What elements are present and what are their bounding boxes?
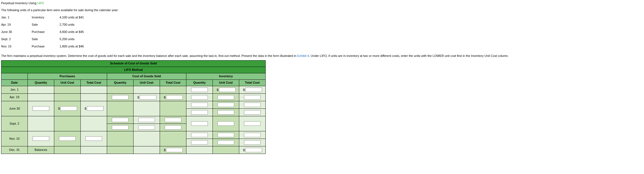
inv-total-input[interactable] xyxy=(244,110,261,115)
col-qty: Quantity xyxy=(28,80,54,86)
col-qty: Quantity xyxy=(186,80,213,86)
inv-unit-input[interactable] xyxy=(218,121,234,126)
page-title: Perpetual Inventory Using LIFO xyxy=(1,1,643,5)
inv-unit-input[interactable] xyxy=(218,95,234,100)
inv-unit-input[interactable] xyxy=(218,140,234,145)
balances-label: Balances xyxy=(28,146,54,154)
given-row: June 30Purchase4,600 units at $45 xyxy=(1,29,104,37)
inv-unit-input[interactable] xyxy=(218,110,234,115)
date-cell: Sept. 2 xyxy=(1,116,28,131)
schedule-table: Schedule of Cost of Goods Sold LIFO Meth… xyxy=(1,60,266,154)
inv-unit-input[interactable] xyxy=(218,103,234,107)
col-unit: Unit Cost xyxy=(134,80,160,86)
given-row: Sept. 2Sale5,200 units xyxy=(1,37,104,44)
pur-unit-input[interactable] xyxy=(59,136,76,141)
given-row: Apr. 19Sale2,700 units xyxy=(1,22,104,29)
date-cell: Jan. 1 xyxy=(1,86,28,94)
table-row: Apr. 19 $ $ xyxy=(1,94,266,101)
pur-total-input[interactable] xyxy=(85,136,102,141)
inv-total-input[interactable] xyxy=(244,95,261,100)
given-row: Nov. 15Purchase1,800 units at $46 xyxy=(1,44,104,51)
inv-qty-input[interactable] xyxy=(191,140,208,145)
exhibit-link[interactable]: Exhibit 4 xyxy=(297,54,309,57)
inv-qty-input[interactable] xyxy=(191,88,208,92)
inv-total-input[interactable] xyxy=(245,148,262,152)
col-total: Total Cost xyxy=(239,80,266,86)
inv-total-input[interactable] xyxy=(245,88,262,92)
group-inventory: Inventory xyxy=(186,73,266,80)
schedule-title-2: LIFO Method xyxy=(1,67,266,73)
pur-qty-input[interactable] xyxy=(33,136,49,141)
inv-qty-input[interactable] xyxy=(191,103,208,107)
inv-total-input[interactable] xyxy=(244,103,261,107)
cogs-qty-input[interactable] xyxy=(112,125,129,130)
instructions: The firm maintains a perpetual inventory… xyxy=(1,54,643,58)
pur-total-input[interactable] xyxy=(87,106,103,111)
inv-qty-input[interactable] xyxy=(191,95,208,100)
inv-qty-input[interactable] xyxy=(191,121,208,126)
lifo-term: LIFO xyxy=(37,1,44,5)
inv-total-input[interactable] xyxy=(244,140,261,145)
cogs-unit-input[interactable] xyxy=(138,125,155,130)
col-total: Total Cost xyxy=(81,80,107,86)
col-total: Total Cost xyxy=(160,80,186,86)
intro-text: The following units of a particular item… xyxy=(1,8,643,12)
col-qty: Quantity xyxy=(107,80,134,86)
schedule-title-1: Schedule of Cost of Goods Sold xyxy=(1,61,266,67)
col-date: Date xyxy=(1,80,28,86)
cogs-qty-input[interactable] xyxy=(112,95,129,100)
cogs-total-input[interactable] xyxy=(166,148,183,152)
group-purchases: Purchases xyxy=(28,73,107,80)
col-unit: Unit Cost xyxy=(213,80,239,86)
table-row: Dec. 31 Balances $ $ xyxy=(1,146,266,154)
date-cell: Nov. 15 xyxy=(1,131,28,146)
inv-total-input[interactable] xyxy=(244,121,261,126)
cogs-total-input[interactable] xyxy=(165,125,181,130)
cogs-total-input[interactable] xyxy=(165,118,181,122)
cogs-unit-input[interactable] xyxy=(140,95,156,100)
inv-unit-input[interactable] xyxy=(218,133,234,137)
table-row: June 30 $ $ xyxy=(1,101,266,109)
cogs-unit-input[interactable] xyxy=(138,118,155,122)
date-cell: Apr. 19 xyxy=(1,94,28,101)
pur-unit-input[interactable] xyxy=(60,106,77,111)
given-data-table: Jan. 1Inventory4,100 units at $41 Apr. 1… xyxy=(1,15,104,51)
inv-qty-input[interactable] xyxy=(191,133,208,137)
date-cell: June 30 xyxy=(1,101,28,116)
col-unit: Unit Cost xyxy=(54,80,81,86)
cogs-total-input[interactable] xyxy=(166,95,183,100)
inv-total-input[interactable] xyxy=(244,133,261,137)
date-cell: Dec. 31 xyxy=(1,146,28,154)
group-cogs: Cost of Goods Sold xyxy=(107,73,186,80)
table-row: Jan. 1 $ $ xyxy=(1,86,266,94)
cogs-qty-input[interactable] xyxy=(112,118,129,122)
inv-qty-input[interactable] xyxy=(191,110,208,115)
inv-unit-input[interactable] xyxy=(219,88,236,92)
given-row: Jan. 1Inventory4,100 units at $41 xyxy=(1,15,104,22)
pur-qty-input[interactable] xyxy=(33,106,49,111)
table-row: Nov. 15 xyxy=(1,131,266,139)
table-row: Sept. 2 xyxy=(1,116,266,124)
